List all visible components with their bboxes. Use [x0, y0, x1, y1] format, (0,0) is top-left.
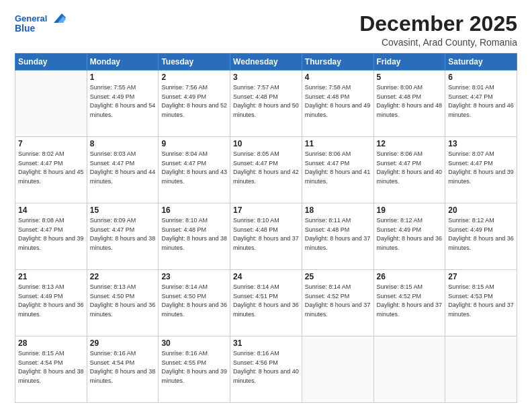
sunrise-text: Sunrise: 8:05 AM	[233, 150, 299, 159]
day-info: Sunrise: 7:55 AM Sunset: 4:49 PM Dayligh…	[90, 83, 156, 120]
day-number: 6	[448, 73, 514, 82]
sunrise-text: Sunrise: 8:06 AM	[305, 150, 371, 159]
daylight-text: Daylight: 8 hours and 36 minutes.	[377, 234, 443, 253]
day-number: 7	[18, 139, 84, 148]
day-info: Sunrise: 8:02 AM Sunset: 4:47 PM Dayligh…	[18, 150, 84, 186]
table-row: 16 Sunrise: 8:10 AM Sunset: 4:48 PM Dayl…	[159, 203, 230, 270]
sunset-text: Sunset: 4:47 PM	[90, 159, 156, 169]
day-number: 8	[90, 139, 156, 148]
table-row: 12 Sunrise: 8:06 AM Sunset: 4:47 PM Dayl…	[373, 137, 445, 203]
location-subtitle: Covasint, Arad County, Romania	[359, 37, 517, 48]
calendar-week-row: 21 Sunrise: 8:13 AM Sunset: 4:49 PM Dayl…	[15, 270, 517, 336]
sunrise-text: Sunrise: 8:16 AM	[161, 349, 227, 359]
day-number: 17	[233, 205, 299, 215]
daylight-text: Daylight: 8 hours and 36 minutes.	[448, 234, 514, 253]
day-info: Sunrise: 8:10 AM Sunset: 4:48 PM Dayligh…	[233, 216, 299, 253]
sunset-text: Sunset: 4:47 PM	[305, 159, 371, 169]
daylight-text: Daylight: 8 hours and 39 minutes.	[161, 367, 227, 385]
day-number: 12	[377, 139, 443, 148]
sunset-text: Sunset: 4:50 PM	[90, 292, 156, 302]
sunset-text: Sunset: 4:48 PM	[161, 226, 227, 235]
sunset-text: Sunset: 4:47 PM	[18, 159, 84, 169]
daylight-text: Daylight: 8 hours and 38 minutes.	[161, 234, 227, 253]
day-number: 30	[161, 338, 227, 348]
logo-icon	[48, 11, 66, 26]
calendar-week-row: 28 Sunrise: 8:15 AM Sunset: 4:54 PM Dayl…	[15, 336, 517, 403]
day-info: Sunrise: 8:13 AM Sunset: 4:50 PM Dayligh…	[90, 283, 156, 319]
table-row: 20 Sunrise: 8:12 AM Sunset: 4:49 PM Dayl…	[445, 203, 517, 270]
daylight-text: Daylight: 8 hours and 49 minutes.	[305, 101, 371, 120]
day-number: 31	[233, 338, 299, 348]
day-info: Sunrise: 8:13 AM Sunset: 4:49 PM Dayligh…	[18, 283, 84, 319]
table-row: 14 Sunrise: 8:08 AM Sunset: 4:47 PM Dayl…	[15, 203, 87, 270]
header-wednesday: Wednesday	[230, 54, 302, 71]
logo: General Blue	[15, 12, 66, 34]
table-row: 10 Sunrise: 8:05 AM Sunset: 4:47 PM Dayl…	[230, 137, 302, 203]
table-row: 9 Sunrise: 8:04 AM Sunset: 4:47 PM Dayli…	[159, 137, 230, 203]
calendar-table: Sunday Monday Tuesday Wednesday Thursday…	[15, 53, 517, 403]
sunrise-text: Sunrise: 8:14 AM	[161, 283, 227, 292]
table-row: 8 Sunrise: 8:03 AM Sunset: 4:47 PM Dayli…	[87, 137, 159, 203]
sunset-text: Sunset: 4:51 PM	[233, 292, 299, 302]
day-info: Sunrise: 8:09 AM Sunset: 4:47 PM Dayligh…	[90, 216, 156, 253]
table-row: 3 Sunrise: 7:57 AM Sunset: 4:48 PM Dayli…	[230, 71, 302, 137]
table-row: 18 Sunrise: 8:11 AM Sunset: 4:48 PM Dayl…	[302, 203, 373, 270]
day-number: 20	[448, 205, 514, 215]
day-info: Sunrise: 8:16 AM Sunset: 4:55 PM Dayligh…	[161, 349, 227, 385]
day-number: 4	[305, 73, 371, 82]
sunrise-text: Sunrise: 8:11 AM	[305, 216, 371, 226]
header-friday: Friday	[373, 54, 445, 71]
sunset-text: Sunset: 4:47 PM	[233, 159, 299, 169]
table-row: 30 Sunrise: 8:16 AM Sunset: 4:55 PM Dayl…	[159, 336, 230, 403]
day-number: 11	[305, 139, 371, 148]
table-row: 13 Sunrise: 8:07 AM Sunset: 4:47 PM Dayl…	[445, 137, 517, 203]
sunrise-text: Sunrise: 8:10 AM	[161, 216, 227, 226]
daylight-text: Daylight: 8 hours and 40 minutes.	[377, 168, 443, 186]
table-row: 28 Sunrise: 8:15 AM Sunset: 4:54 PM Dayl…	[15, 336, 87, 403]
table-row: 7 Sunrise: 8:02 AM Sunset: 4:47 PM Dayli…	[15, 137, 87, 203]
table-row	[302, 336, 373, 403]
table-row: 27 Sunrise: 8:15 AM Sunset: 4:53 PM Dayl…	[445, 270, 517, 336]
day-number: 23	[161, 272, 227, 281]
daylight-text: Daylight: 8 hours and 50 minutes.	[233, 101, 299, 120]
sunset-text: Sunset: 4:48 PM	[233, 93, 299, 102]
table-row: 11 Sunrise: 8:06 AM Sunset: 4:47 PM Dayl…	[302, 137, 373, 203]
table-row: 26 Sunrise: 8:15 AM Sunset: 4:52 PM Dayl…	[373, 270, 445, 336]
header-monday: Monday	[87, 54, 159, 71]
daylight-text: Daylight: 8 hours and 37 minutes.	[233, 234, 299, 253]
day-number: 19	[377, 205, 443, 215]
sunrise-text: Sunrise: 8:16 AM	[90, 349, 156, 359]
sunset-text: Sunset: 4:48 PM	[233, 226, 299, 235]
table-row: 25 Sunrise: 8:14 AM Sunset: 4:52 PM Dayl…	[302, 270, 373, 336]
day-number: 24	[233, 272, 299, 281]
day-info: Sunrise: 8:03 AM Sunset: 4:47 PM Dayligh…	[90, 150, 156, 186]
day-info: Sunrise: 8:16 AM Sunset: 4:54 PM Dayligh…	[90, 349, 156, 385]
sunrise-text: Sunrise: 8:04 AM	[161, 150, 227, 159]
sunset-text: Sunset: 4:54 PM	[90, 359, 156, 368]
sunrise-text: Sunrise: 8:16 AM	[233, 349, 299, 359]
daylight-text: Daylight: 8 hours and 38 minutes.	[90, 367, 156, 385]
sunset-text: Sunset: 4:47 PM	[377, 159, 443, 169]
daylight-text: Daylight: 8 hours and 36 minutes.	[18, 301, 84, 319]
weekday-header-row: Sunday Monday Tuesday Wednesday Thursday…	[15, 54, 517, 71]
daylight-text: Daylight: 8 hours and 38 minutes.	[18, 367, 84, 385]
table-row: 21 Sunrise: 8:13 AM Sunset: 4:49 PM Dayl…	[15, 270, 87, 336]
sunrise-text: Sunrise: 8:13 AM	[18, 283, 84, 292]
header: General Blue December 2025 Covasint, Ara…	[15, 12, 517, 48]
sunrise-text: Sunrise: 8:14 AM	[305, 283, 371, 292]
day-info: Sunrise: 8:08 AM Sunset: 4:47 PM Dayligh…	[18, 216, 84, 253]
day-number: 28	[18, 338, 84, 348]
title-block: December 2025 Covasint, Arad County, Rom…	[359, 12, 517, 48]
daylight-text: Daylight: 8 hours and 52 minutes.	[161, 101, 227, 120]
table-row	[445, 336, 517, 403]
sunrise-text: Sunrise: 8:12 AM	[377, 216, 443, 226]
day-number: 5	[377, 73, 443, 82]
daylight-text: Daylight: 8 hours and 36 minutes.	[233, 301, 299, 319]
logo-blue: Blue	[15, 23, 35, 34]
day-info: Sunrise: 7:57 AM Sunset: 4:48 PM Dayligh…	[233, 83, 299, 120]
day-info: Sunrise: 7:56 AM Sunset: 4:49 PM Dayligh…	[161, 83, 227, 120]
table-row: 31 Sunrise: 8:16 AM Sunset: 4:56 PM Dayl…	[230, 336, 302, 403]
table-row: 6 Sunrise: 8:01 AM Sunset: 4:47 PM Dayli…	[445, 71, 517, 137]
day-info: Sunrise: 8:12 AM Sunset: 4:49 PM Dayligh…	[377, 216, 443, 253]
sunset-text: Sunset: 4:49 PM	[377, 226, 443, 235]
